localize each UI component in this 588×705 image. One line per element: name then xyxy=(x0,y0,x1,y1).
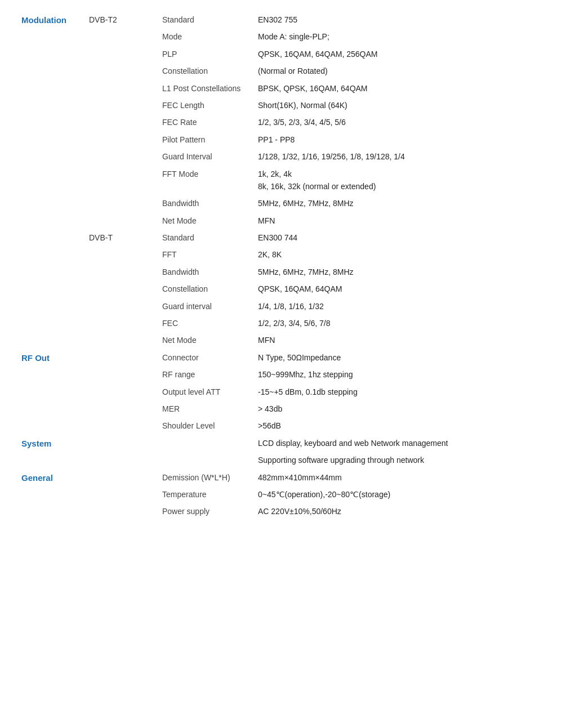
param-cell: Standard xyxy=(158,11,253,28)
value-cell: LCD display, keyboard and web Network ma… xyxy=(253,435,571,452)
value-cell: 150~999Mhz, 1hz stepping xyxy=(253,366,571,383)
table-row: SystemLCD display, keyboard and web Netw… xyxy=(17,435,571,452)
subcategory-cell: DVB-T xyxy=(84,229,158,349)
param-cell: FEC xyxy=(158,315,253,332)
value-cell: Short(16K), Normal (64K) xyxy=(253,97,571,114)
param-cell: Temperature xyxy=(158,486,253,503)
value-cell: 1/4, 1/8, 1/16, 1/32 xyxy=(253,298,571,315)
category-cell: Modulation xyxy=(17,11,84,349)
value-cell: 1/2, 3/5, 2/3, 3/4, 4/5, 5/6 xyxy=(253,114,571,131)
param-cell: FFT xyxy=(158,246,253,263)
subcategory-cell xyxy=(84,469,158,520)
param-cell: Net Mode xyxy=(158,332,253,349)
value-cell: 1k, 2k, 4k8k, 16k, 32k (normal or extend… xyxy=(253,166,571,195)
param-cell: Standard xyxy=(158,229,253,246)
category-cell: General xyxy=(17,469,84,520)
value-cell: N Type, 50ΩImpedance xyxy=(253,349,571,366)
param-cell: Power supply xyxy=(158,503,253,520)
param-cell: Mode xyxy=(158,28,253,45)
param-cell: Bandwidth xyxy=(158,195,253,212)
value-cell: 5MHz, 6MHz, 7MHz, 8MHz xyxy=(253,264,571,280)
value-cell: (Normal or Rotated) xyxy=(253,63,571,79)
param-cell: Guard interval xyxy=(158,298,253,315)
value-cell: >56dB xyxy=(253,417,571,434)
value-cell: BPSK, QPSK, 16QAM, 64QAM xyxy=(253,80,571,97)
param-cell: Constellation xyxy=(158,280,253,297)
param-cell: L1 Post Constellations xyxy=(158,80,253,97)
category-cell: RF Out xyxy=(17,349,84,435)
subcategory-cell: DVB-T2 xyxy=(84,11,158,229)
value-cell: Mode A: single-PLP; xyxy=(253,28,571,45)
value-cell: Supporting software upgrading through ne… xyxy=(253,452,571,468)
table-row: GeneralDemission (W*L*H)482mm×410mm×44mm xyxy=(17,469,571,486)
value-cell: MFN xyxy=(253,332,571,349)
param-cell: Pilot Pattern xyxy=(158,131,253,148)
param-cell: Bandwidth xyxy=(158,264,253,280)
param-cell: Constellation xyxy=(158,63,253,79)
table-row: RF OutConnectorN Type, 50ΩImpedance xyxy=(17,349,571,366)
spec-table: ModulationDVB-T2StandardEN302 755ModeMod… xyxy=(17,11,571,520)
value-cell: -15~+5 dBm, 0.1db stepping xyxy=(253,383,571,400)
value-cell: 5MHz, 6MHz, 7MHz, 8MHz xyxy=(253,195,571,212)
param-cell: MER xyxy=(158,400,253,417)
param-cell: Demission (W*L*H) xyxy=(158,469,253,486)
param-cell: FEC Length xyxy=(158,97,253,114)
value-cell: 1/128, 1/32, 1/16, 19/256, 1/8, 19/128, … xyxy=(253,148,571,165)
subcategory-cell xyxy=(84,435,158,469)
param-cell: FEC Rate xyxy=(158,114,253,131)
param-cell xyxy=(158,435,253,452)
value-cell: 482mm×410mm×44mm xyxy=(253,469,571,486)
table-row: DVB-TStandardEN300 744 xyxy=(17,229,571,246)
value-cell: PP1 - PP8 xyxy=(253,131,571,148)
param-cell: FFT Mode xyxy=(158,166,253,195)
param-cell: Net Mode xyxy=(158,212,253,229)
param-cell: PLP xyxy=(158,46,253,63)
value-cell: > 43db xyxy=(253,400,571,417)
value-cell: QPSK, 16QAM, 64QAM xyxy=(253,280,571,297)
value-cell: MFN xyxy=(253,212,571,229)
value-cell: EN300 744 xyxy=(253,229,571,246)
value-cell: QPSK, 16QAM, 64QAM, 256QAM xyxy=(253,46,571,63)
param-cell: Connector xyxy=(158,349,253,366)
table-row: ModulationDVB-T2StandardEN302 755 xyxy=(17,11,571,28)
param-cell: Guard Interval xyxy=(158,148,253,165)
value-cell: 2K, 8K xyxy=(253,246,571,263)
param-cell: Shoulder Level xyxy=(158,417,253,434)
value-cell: EN302 755 xyxy=(253,11,571,28)
value-cell: AC 220V±10%,50/60Hz xyxy=(253,503,571,520)
value-cell: 1/2, 2/3, 3/4, 5/6, 7/8 xyxy=(253,315,571,332)
subcategory-cell xyxy=(84,349,158,435)
param-cell: Output level ATT xyxy=(158,383,253,400)
value-cell: 0~45℃(operation),-20~80℃(storage) xyxy=(253,486,571,503)
param-cell xyxy=(158,452,253,468)
param-cell: RF range xyxy=(158,366,253,383)
category-cell: System xyxy=(17,435,84,469)
